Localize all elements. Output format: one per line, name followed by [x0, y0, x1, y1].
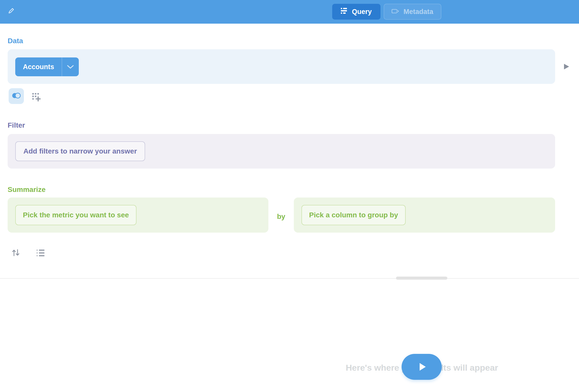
- data-step-panel: Accounts: [8, 49, 555, 84]
- editor-results-divider: [0, 278, 579, 279]
- add-filter-button-label: Add filters to narrow your answer: [23, 147, 137, 155]
- tag-icon: [392, 8, 399, 16]
- preview-play-icon[interactable]: [564, 64, 569, 69]
- join-data-button[interactable]: [9, 88, 24, 104]
- query-builder-page: Query Metadata Data Accounts: [0, 0, 579, 392]
- summarize-groupby-panel: Pick a column to group by: [294, 198, 555, 233]
- row-limit-icon: [37, 253, 45, 257]
- tab-query[interactable]: Query: [332, 4, 380, 20]
- header-bar: Query Metadata: [0, 0, 579, 24]
- pick-groupby-column-button-label: Pick a column to group by: [309, 211, 398, 219]
- pick-groupby-column-button[interactable]: Pick a column to group by: [301, 205, 406, 225]
- tab-metadata-label: Metadata: [403, 8, 433, 16]
- join-data-icon: [12, 92, 21, 100]
- filter-section-label: Filter: [8, 121, 25, 129]
- group-by-connector-label: by: [268, 213, 294, 221]
- chevron-down-icon[interactable]: [62, 57, 79, 76]
- pick-metric-button-label: Pick the metric you want to see: [23, 211, 129, 219]
- custom-column-icon: [32, 98, 41, 102]
- run-play-icon: [420, 363, 426, 371]
- data-source-button[interactable]: Accounts: [15, 57, 79, 76]
- notebook-list-icon: [341, 8, 348, 16]
- sort-arrows-icon: [12, 253, 20, 258]
- add-filter-button[interactable]: Add filters to narrow your answer: [15, 141, 145, 161]
- tab-metadata[interactable]: Metadata: [384, 4, 441, 20]
- summarize-metric-panel: Pick the metric you want to see: [8, 198, 268, 233]
- sort-button[interactable]: [12, 249, 20, 257]
- resize-drag-handle[interactable]: [396, 277, 447, 280]
- custom-column-button[interactable]: [32, 93, 41, 101]
- row-limit-button[interactable]: [37, 250, 45, 256]
- filter-step-panel: Add filters to narrow your answer: [8, 134, 555, 169]
- tab-query-label: Query: [352, 8, 372, 16]
- data-section-label: Data: [8, 37, 23, 45]
- summarize-section-label: Summarize: [8, 186, 45, 194]
- pencil-icon[interactable]: [8, 7, 15, 14]
- data-source-label: Accounts: [15, 57, 62, 76]
- pick-metric-button[interactable]: Pick the metric you want to see: [15, 205, 136, 225]
- run-query-button[interactable]: [402, 354, 442, 380]
